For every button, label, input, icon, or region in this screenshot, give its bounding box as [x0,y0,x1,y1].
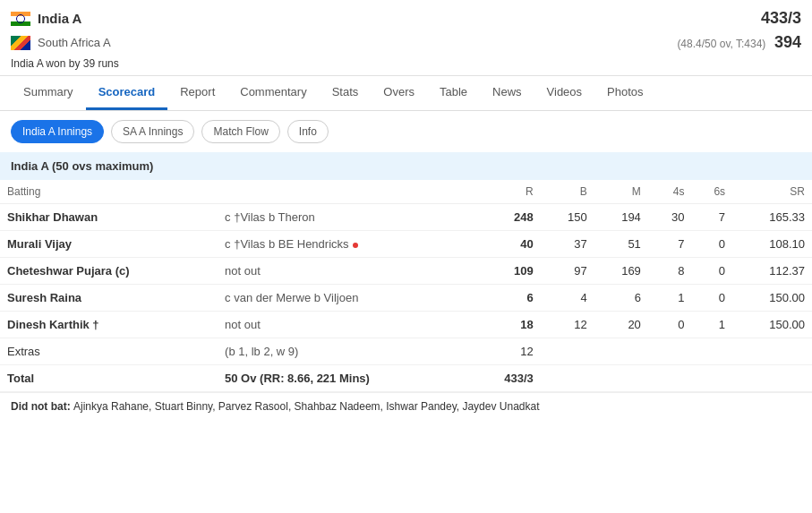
sa-flag [11,36,30,50]
tab-summary[interactable]: Summary [11,76,86,110]
tab-photos[interactable]: Photos [594,76,655,110]
batting-header-row: Batting R B M 4s 6s SR [0,180,812,204]
did-not-bat: Did not bat: Ajinkya Rahane, Stuart Binn… [0,392,812,420]
match-result: India A won by 39 runs [11,57,801,70]
col-dismissal [218,180,471,204]
batsman-sr: 150.00 [732,312,812,338]
batsman-minutes: 194 [594,204,648,231]
team2-score-block: (48.4/50 ov, T:434) 394 [677,33,801,52]
batsman-sr: 150.00 [732,285,812,312]
batsman-balls: 150 [541,204,594,231]
batsman-sixes: 1 [691,312,732,338]
batsman-fours: 0 [648,312,692,338]
batsman-minutes: 169 [594,258,648,285]
dnb-players: Ajinkya Rahane, Stuart Binny, Parvez Ras… [73,400,540,413]
tab-stats[interactable]: Stats [320,76,372,110]
dot-ball [353,243,358,248]
batsman-fours: 30 [648,204,692,231]
tab-videos[interactable]: Videos [534,76,595,110]
innings-tab-sa[interactable]: SA A Innings [111,120,194,143]
innings-header: India A (50 ovs maximum) [0,152,812,180]
innings-tab-matchflow[interactable]: Match Flow [201,120,279,143]
batsman-name: Cheteshwar Pujara (c) [0,258,218,285]
batsman-balls: 12 [541,312,594,338]
batsman-balls: 37 [541,231,594,258]
team1-left: India A [11,11,81,26]
team2-score: 394 [774,33,801,51]
batsman-runs: 248 [471,204,540,231]
extras-label: Extras [0,338,218,365]
total-row: Total 50 Ov (RR: 8.66, 221 Mins) 433/3 [0,365,812,392]
team2-left: South Africa A [11,36,111,50]
batsman-dismissal: c †Vilas b BE Hendricks [218,231,471,258]
batsman-sixes: 7 [691,204,732,231]
innings-tab-india[interactable]: India A Innings [11,120,104,143]
batsman-dismissal: not out [218,312,471,338]
col-b: B [541,180,594,204]
batsman-minutes: 51 [594,231,648,258]
tab-commentary[interactable]: Commentary [227,76,319,110]
team2-name: South Africa A [38,36,111,49]
innings-tab-bar: India A Innings SA A Innings Match Flow … [0,111,812,152]
table-row: Murali Vijay c †Vilas b BE Hendricks 40 … [0,231,812,258]
tab-overs[interactable]: Overs [371,76,427,110]
batsman-runs: 40 [471,231,540,258]
team1-score: 433/3 [761,9,801,28]
batsman-minutes: 20 [594,312,648,338]
extras-row: Extras (b 1, lb 2, w 9) 12 [0,338,812,365]
total-detail: 50 Ov (RR: 8.66, 221 Mins) [218,365,471,392]
col-batting: Batting [0,180,218,204]
batsman-balls: 97 [541,258,594,285]
table-row: Cheteshwar Pujara (c) not out 109 97 169… [0,258,812,285]
col-4s: 4s [648,180,692,204]
india-flag [11,12,30,26]
batting-table: Batting R B M 4s 6s SR Shikhar Dhawan c … [0,180,812,392]
batsman-dismissal: c †Vilas b Theron [218,204,471,231]
batsman-fours: 1 [648,285,692,312]
batsman-runs: 6 [471,285,540,312]
match-header: India A 433/3 South Africa A (48.4/50 ov… [0,0,812,76]
innings-tab-info[interactable]: Info [287,120,329,143]
col-r: R [471,180,540,204]
batsman-sr: 108.10 [732,231,812,258]
col-m: M [594,180,648,204]
batsman-name: Dinesh Karthik † [0,312,218,338]
batsman-name: Suresh Raina [0,285,218,312]
tab-report[interactable]: Report [167,76,227,110]
team2-row: South Africa A (48.4/50 ov, T:434) 394 [11,33,801,52]
total-runs: 433/3 [471,365,540,392]
team1-name: India A [38,11,81,26]
table-row: Suresh Raina c van der Merwe b Viljoen 6… [0,285,812,312]
batsman-balls: 4 [541,285,594,312]
tab-news[interactable]: News [480,76,534,110]
batsman-minutes: 6 [594,285,648,312]
col-6s: 6s [691,180,732,204]
batsman-dismissal: not out [218,258,471,285]
tab-scorecard[interactable]: Scorecard [86,76,168,110]
col-sr: SR [732,180,812,204]
total-label: Total [0,365,218,392]
dnb-label: Did not bat: [11,400,73,413]
extras-runs: 12 [471,338,540,365]
batsman-sixes: 0 [691,285,732,312]
navigation-tabs: Summary Scorecard Report Commentary Stat… [0,76,812,111]
batsman-runs: 18 [471,312,540,338]
table-row: Dinesh Karthik † not out 18 12 20 0 1 15… [0,312,812,338]
batsman-runs: 109 [471,258,540,285]
batsman-sr: 165.33 [732,204,812,231]
batsman-dismissal: c van der Merwe b Viljoen [218,285,471,312]
team1-row: India A 433/3 [11,9,801,28]
batsman-sixes: 0 [691,258,732,285]
batsman-fours: 7 [648,231,692,258]
batsman-fours: 8 [648,258,692,285]
table-row: Shikhar Dhawan c †Vilas b Theron 248 150… [0,204,812,231]
batsman-sixes: 0 [691,231,732,258]
innings-team: India A [11,159,48,173]
extras-detail: (b 1, lb 2, w 9) [218,338,471,365]
batsman-sr: 112.37 [732,258,812,285]
batsman-name: Shikhar Dhawan [0,204,218,231]
tab-table[interactable]: Table [427,76,480,110]
batsman-name: Murali Vijay [0,231,218,258]
scorecard-section: India A (50 ovs maximum) Batting R B M 4… [0,152,812,429]
team2-score-detail: (48.4/50 ov, T:434) [677,38,765,50]
